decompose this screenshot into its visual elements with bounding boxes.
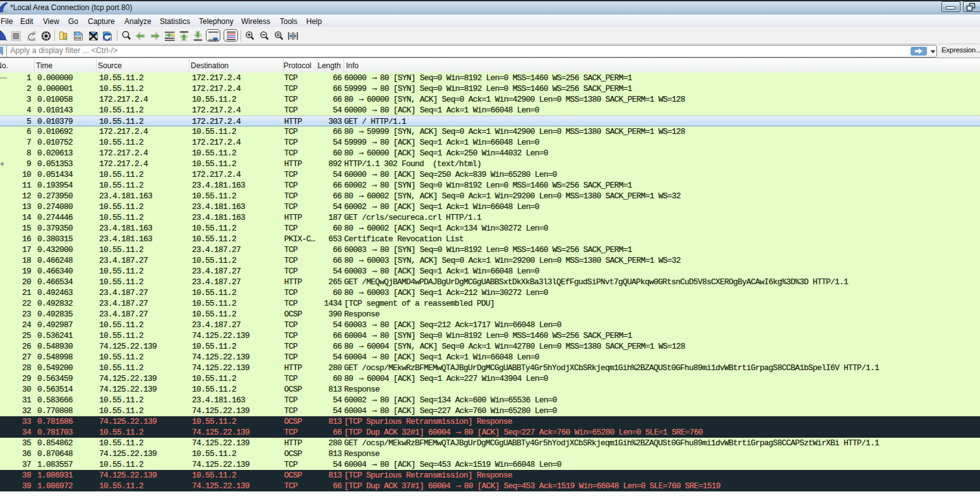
svg-text:010: 010 bbox=[75, 36, 82, 40]
